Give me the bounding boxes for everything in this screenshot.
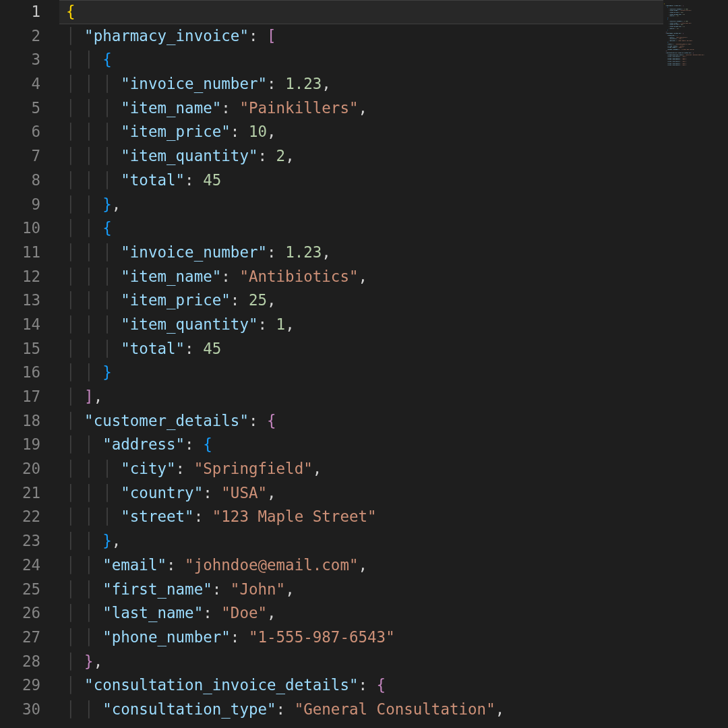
token-colon: : <box>203 604 221 621</box>
code-line[interactable]: │ │ "consultation_type": "General Consul… <box>66 698 663 722</box>
token-brace3: { <box>102 219 112 237</box>
line-number[interactable]: 1 <box>0 0 40 24</box>
code-line[interactable]: │ ], <box>66 385 663 409</box>
line-number[interactable]: 2 <box>0 24 40 49</box>
token-key: "customer_details" <box>84 412 249 429</box>
code-line[interactable]: │ │ }, <box>66 529 663 553</box>
line-number[interactable]: 7 <box>0 144 40 169</box>
line-number[interactable]: 12 <box>0 265 40 289</box>
line-number[interactable]: 22 <box>0 505 40 529</box>
line-number[interactable]: 21 <box>0 481 40 506</box>
code-line[interactable]: │ │ │ "total": 45 <box>66 169 663 193</box>
token-punc: , <box>94 653 103 670</box>
code-line[interactable]: │ │ │ "item_quantity": 1, <box>66 313 663 337</box>
token-str: "Doe" <box>221 604 267 621</box>
line-number[interactable]: 3 <box>0 48 40 72</box>
code-line[interactable]: │ │ │ "invoice_number": 1.23, <box>66 72 663 96</box>
token-punc: , <box>112 532 121 549</box>
token-num: 45 <box>203 340 221 357</box>
line-number[interactable]: 5 <box>0 96 40 121</box>
line-number[interactable]: 18 <box>0 409 40 433</box>
token-punc: , <box>267 484 276 502</box>
code-line[interactable]: │ │ │ "invoice_number": 1.23, <box>66 241 663 265</box>
code-area[interactable]: {│ "pharmacy_invoice": [│ │ {│ │ │ "invo… <box>59 0 663 728</box>
token-key: "total" <box>121 171 185 189</box>
token-key: "street" <box>121 508 193 525</box>
line-number[interactable]: 25 <box>0 578 40 602</box>
line-number[interactable]: 29 <box>0 673 40 698</box>
code-line[interactable]: │ │ }, <box>66 193 663 217</box>
line-number[interactable]: 14 <box>0 313 40 337</box>
code-line[interactable]: │ │ { <box>66 48 663 72</box>
line-number[interactable]: 13 <box>0 289 40 313</box>
line-number[interactable]: 19 <box>0 433 40 457</box>
token-colon: : <box>194 508 212 525</box>
line-number[interactable]: 4 <box>0 72 40 96</box>
token-key: "city" <box>121 460 175 477</box>
code-editor[interactable]: 1234567891011121314151617181920212223242… <box>0 0 728 728</box>
token-punc: , <box>285 147 295 164</box>
line-number[interactable]: 27 <box>0 626 40 650</box>
line-number[interactable]: 23 <box>0 529 40 553</box>
code-line[interactable]: │ │ "phone_number": "1-555-987-6543" <box>66 626 663 650</box>
code-line[interactable]: │ │ "email": "johndoe@email.com", <box>66 553 663 578</box>
token-key: "item_quantity" <box>121 147 257 164</box>
code-line[interactable]: │ │ { <box>66 216 663 241</box>
code-line[interactable]: │ "consultation_invoice_details": { <box>66 673 663 698</box>
code-line[interactable]: { <box>66 0 663 24</box>
line-number[interactable]: 10 <box>0 216 40 241</box>
code-line[interactable]: │ │ │ "item_name": "Painkillers", <box>66 96 663 121</box>
token-brace: { <box>66 3 75 20</box>
line-number[interactable]: 11 <box>0 241 40 265</box>
token-key: "item_quantity" <box>121 315 257 333</box>
line-number[interactable]: 28 <box>0 650 40 674</box>
code-line[interactable]: │ │ "last_name": "Doe", <box>66 601 663 626</box>
token-colon: : <box>276 700 295 718</box>
code-line[interactable]: │ │ │ "total": 45 <box>66 337 663 361</box>
token-punc: , <box>359 268 368 285</box>
line-number[interactable]: 6 <box>0 120 40 144</box>
token-punc: , <box>112 195 121 213</box>
line-number[interactable]: 17 <box>0 385 40 409</box>
line-number[interactable]: 16 <box>0 361 40 385</box>
code-line[interactable]: │ │ } <box>66 361 663 385</box>
code-line[interactable]: │ │ "address": { <box>66 433 663 457</box>
line-number[interactable]: 20 <box>0 457 40 481</box>
code-line[interactable]: │ │ │ "city": "Springfield", <box>66 457 663 481</box>
code-line[interactable]: │ "pharmacy_invoice": [ <box>66 24 663 49</box>
token-brace3: { <box>102 51 112 68</box>
token-key: "email" <box>102 556 166 574</box>
line-number[interactable]: 15 <box>0 337 40 361</box>
token-str: "123 Maple Street" <box>212 508 377 525</box>
line-number[interactable]: 24 <box>0 553 40 578</box>
token-str: "Springfield" <box>194 460 313 477</box>
token-num: 2 <box>276 147 286 164</box>
code-line[interactable]: │ │ │ "item_price": 10, <box>66 120 663 144</box>
token-str: "1-555-987-6543" <box>249 628 395 646</box>
token-punc: , <box>359 556 368 574</box>
code-line[interactable]: │ │ "first_name": "John", <box>66 578 663 602</box>
line-number[interactable]: 26 <box>0 601 40 626</box>
token-colon: : <box>166 556 185 574</box>
token-key: "phone_number" <box>102 628 231 646</box>
code-line[interactable]: │ │ │ "item_name": "Antibiotics", <box>66 265 663 289</box>
code-line[interactable]: │ │ │ "item_quantity": 2, <box>66 144 663 169</box>
line-number-gutter[interactable]: 1234567891011121314151617181920212223242… <box>0 0 59 728</box>
token-str: "johndoe@email.com" <box>185 556 358 574</box>
code-line[interactable]: │ │ │ "country": "USA", <box>66 481 663 506</box>
line-number[interactable]: 9 <box>0 193 40 217</box>
code-line[interactable]: │ }, <box>66 650 663 674</box>
line-number[interactable]: 30 <box>0 698 40 722</box>
token-colon: : <box>267 243 285 261</box>
code-line[interactable]: │ "customer_details": { <box>66 409 663 433</box>
token-brace3: } <box>102 363 112 381</box>
token-colon: : <box>231 291 249 309</box>
token-punc: , <box>285 580 295 598</box>
code-line[interactable]: │ │ │ "street": "123 Maple Street" <box>66 505 663 529</box>
token-brace2: } <box>84 653 94 670</box>
token-num: 45 <box>203 171 221 189</box>
code-line[interactable]: │ │ │ "item_price": 25, <box>66 289 663 313</box>
token-punc: , <box>267 291 276 309</box>
minimap[interactable]: { "pharmacy_invoice": [ { "invoice_numbe… <box>663 0 728 728</box>
line-number[interactable]: 8 <box>0 169 40 193</box>
